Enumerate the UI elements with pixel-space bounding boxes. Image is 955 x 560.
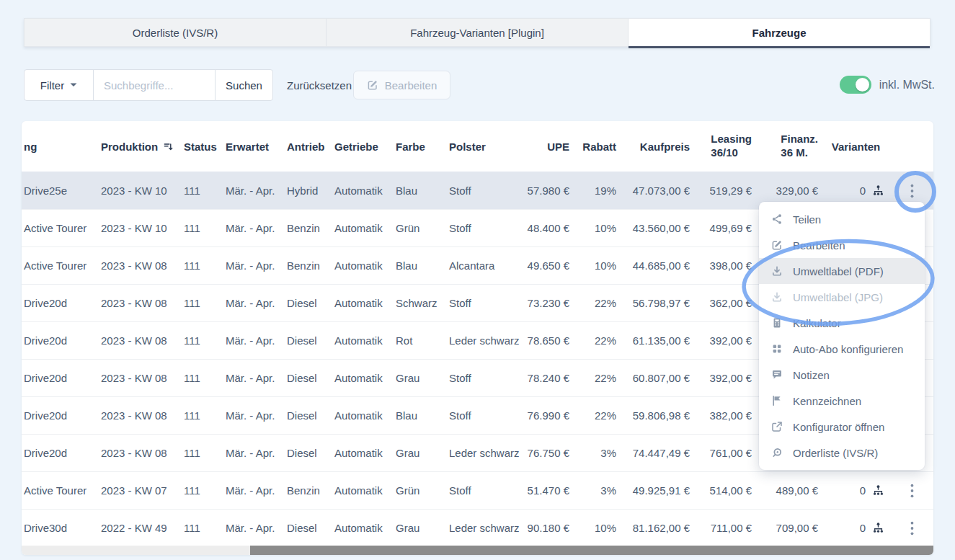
edit-button-label: Bearbeiten (385, 79, 437, 92)
menu-item[interactable]: Auto-Abo konfigurieren (759, 336, 925, 362)
cell-antrieb: Benzin (281, 259, 329, 272)
cell-bezeichnung: Drive20d (22, 334, 95, 347)
menu-item[interactable]: Umweltlabel (PDF) (759, 258, 925, 284)
col-leasing[interactable]: Leasing 36/10 (693, 133, 755, 160)
cell-kaufpreis: 60.807,00 € (620, 372, 693, 384)
menu-item[interactable]: Konfigurator öffnen (759, 414, 925, 440)
menu-item[interactable]: Notizen (759, 362, 925, 388)
varianten-count: 0 (860, 185, 866, 197)
cell-bezeichnung: Drive20d (22, 372, 95, 384)
cell-status: 111 (178, 522, 220, 534)
cell-upe: 48.400 € (519, 222, 573, 234)
sitemap-icon[interactable] (872, 522, 884, 534)
col-varianten[interactable]: Varianten (822, 141, 890, 153)
horizontal-scrollbar-track[interactable] (22, 546, 933, 555)
cell-kaufpreis: 81.162,00 € (620, 522, 693, 534)
cell-varianten: 0 (822, 484, 890, 497)
search-input[interactable] (93, 69, 216, 101)
cell-produktion: 2023 - KW 08 (95, 334, 178, 347)
cell-leasing: 711,00 € (693, 522, 755, 534)
col-farbe[interactable]: Farbe (390, 141, 443, 153)
cell-produktion: 2023 - KW 08 (95, 447, 178, 459)
cell-kaufpreis: 61.135,00 € (620, 334, 693, 347)
kebab-menu-icon[interactable] (906, 481, 918, 501)
menu-item[interactable]: Umweltlabel (JPG) (759, 284, 925, 310)
cell-finanz: 329,00 € (755, 185, 822, 197)
cell-kaufpreis: 43.560,00 € (620, 222, 693, 234)
tab[interactable]: Fahrzeug-Varianten [Plugin] (327, 19, 628, 46)
cell-upe: 51.470 € (519, 484, 573, 497)
cell-status: 111 (178, 259, 220, 272)
cell-rabatt: 22% (573, 372, 620, 384)
cell-bezeichnung: Drive20d (22, 409, 95, 422)
cell-leasing: 392,00 € (693, 372, 755, 384)
col-finanz-label: Finanz. 36 M. (781, 133, 818, 160)
menu-item[interactable]: Teilen (759, 206, 925, 232)
cell-bezeichnung: Active Tourer (22, 222, 95, 234)
cell-farbe: Rot (390, 334, 443, 347)
cell-erwartet: Mär. - Apr. (220, 297, 281, 309)
filter-dropdown-button[interactable]: Filter (24, 69, 94, 101)
menu-item[interactable]: Kennzeichnen (759, 388, 925, 414)
cell-getriebe: Automatik (329, 297, 390, 309)
col-polster[interactable]: Polster (443, 141, 519, 153)
col-antrieb[interactable]: Antrieb (281, 141, 329, 153)
cell-antrieb: Hybrid (281, 185, 329, 197)
cell-getriebe: Automatik (329, 222, 390, 234)
table-row[interactable]: Drive30d 2022 - KW 49 111 Mär. - Apr. Di… (22, 509, 933, 546)
cell-farbe: Grün (390, 222, 443, 234)
cell-polster: Leder schwarz (443, 522, 519, 534)
vat-toggle[interactable] (840, 76, 871, 94)
vat-toggle-label: inkl. MwSt. (879, 79, 935, 92)
menu-item-label: Kennzeichnen (793, 395, 861, 407)
col-kaufpreis[interactable]: Kaufpreis (620, 141, 693, 153)
search-button[interactable]: Suchen (215, 69, 273, 101)
cell-polster: Stoff (443, 185, 519, 197)
cell-polster: Leder schwarz (443, 447, 519, 459)
col-upe[interactable]: UPE (519, 141, 573, 153)
grid-icon (771, 343, 783, 355)
reset-button[interactable]: Zurücksetzen (281, 69, 357, 101)
edit-button-disabled[interactable]: Bearbeiten (353, 71, 450, 99)
cell-polster: Stoff (443, 372, 519, 384)
sort-descending-icon[interactable] (163, 141, 174, 152)
col-getriebe[interactable]: Getriebe (329, 141, 390, 153)
col-erwartet[interactable]: Erwartet (220, 141, 281, 153)
cell-getriebe: Automatik (329, 185, 390, 197)
sitemap-icon[interactable] (872, 484, 884, 497)
col-rabatt[interactable]: Rabatt (573, 141, 620, 153)
sitemap-icon[interactable] (872, 185, 884, 197)
cell-antrieb: Diesel (281, 522, 329, 534)
notes-icon (771, 369, 783, 381)
menu-item[interactable]: Kalkulator (759, 310, 925, 336)
cell-bezeichnung: Drive30d (22, 522, 95, 534)
orderlist-icon (771, 447, 783, 458)
kebab-menu-icon[interactable] (906, 181, 918, 201)
col-finanz[interactable]: Finanz. 36 M. (755, 133, 822, 160)
flag-icon (771, 395, 783, 406)
tab[interactable]: Fahrzeuge (628, 19, 930, 46)
menu-item[interactable]: Orderliste (IVS/R) (759, 440, 925, 466)
col-bezeichnung[interactable]: ng (22, 141, 95, 153)
cell-status: 111 (178, 484, 220, 497)
col-status[interactable]: Status (178, 141, 220, 153)
cell-rabatt: 10% (573, 259, 620, 272)
horizontal-scrollbar-thumb[interactable] (250, 546, 933, 555)
kebab-menu-icon[interactable] (906, 518, 918, 538)
cell-antrieb: Benzin (281, 484, 329, 497)
tab[interactable]: Orderliste (IVS/R) (25, 19, 327, 46)
cell-varianten: 0 (822, 522, 890, 534)
cell-farbe: Schwarz (390, 297, 443, 309)
cell-getriebe: Automatik (329, 334, 390, 347)
cell-produktion: 2023 - KW 08 (95, 409, 178, 422)
table-row[interactable]: Active Tourer 2023 - KW 07 111 Mär. - Ap… (22, 471, 933, 509)
cell-bezeichnung: Active Tourer (22, 259, 95, 272)
col-leasing-label: Leasing 36/10 (711, 133, 752, 160)
cell-status: 111 (178, 222, 220, 234)
cell-finanz: 489,00 € (755, 484, 822, 497)
cell-produktion: 2023 - KW 08 (95, 297, 178, 309)
menu-item[interactable]: Bearbeiten (759, 232, 925, 258)
col-produktion[interactable]: Produktion (95, 141, 178, 153)
cell-getriebe: Automatik (329, 522, 390, 534)
cell-produktion: 2023 - KW 08 (95, 259, 178, 272)
